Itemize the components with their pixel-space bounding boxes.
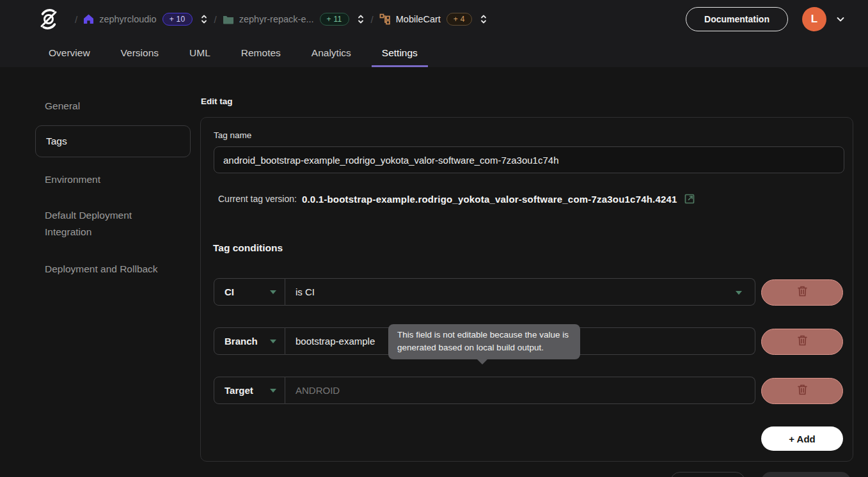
tag-name-input[interactable] (214, 146, 844, 173)
tab-remotes[interactable]: Remotes (231, 38, 291, 67)
caret-down-icon (270, 340, 276, 343)
delete-condition-button-ci[interactable] (761, 279, 843, 306)
condition-type-label: Target (225, 385, 253, 396)
condition-value-text: is CI (296, 286, 315, 297)
folder-icon (223, 15, 234, 24)
current-tag-version-value: 0.0.1-bootstrap-example.rodrigo_yokota_v… (302, 194, 677, 205)
current-tag-version-label: Current tag version: (218, 194, 297, 204)
tab-uml[interactable]: UML (179, 38, 221, 67)
zephyr-logo[interactable] (36, 6, 61, 32)
breadcrumb-org[interactable]: zephyrcloudio (99, 14, 156, 24)
breadcrumb-repo[interactable]: zephyr-repack-e... (239, 14, 314, 24)
current-tag-version-line: Current tag version: 0.0.1-bootstrap-exa… (218, 193, 695, 205)
sitemap-icon (379, 13, 391, 25)
user-avatar[interactable]: L (802, 7, 826, 31)
condition-type-label: CI (225, 286, 234, 297)
breadcrumb: / zephyrcloudio + 10 / zephyr-repack-e..… (36, 3, 488, 36)
condition-type-select-branch[interactable]: Branch (214, 327, 285, 355)
sidebar-item-deployment-and-rollback[interactable]: Deployment and Rollback (45, 261, 158, 278)
repo-count-badge[interactable]: + 11 (320, 13, 349, 26)
sidebar-item-default-deployment-integration[interactable]: Default Deployment Integration (45, 207, 179, 240)
condition-type-label: Branch (225, 336, 258, 347)
tab-settings[interactable]: Settings (372, 38, 428, 67)
main-nav-tabs: Overview Versions UML Remotes Analytics … (38, 38, 438, 67)
top-header: / zephyrcloudio + 10 / zephyr-repack-e..… (0, 0, 868, 67)
app-count-badge[interactable]: + 4 (446, 13, 472, 26)
caret-down-icon (270, 290, 276, 294)
home-icon (83, 14, 94, 24)
settings-sidebar: General Tags Environment Default Deploym… (26, 90, 193, 294)
condition-type-select-ci[interactable]: CI (214, 278, 285, 306)
condition-row-target: Target ANDROID (214, 377, 755, 404)
trash-icon (797, 334, 808, 349)
tab-versions[interactable]: Versions (111, 38, 169, 67)
breadcrumb-separator: / (214, 14, 217, 25)
edit-tag-card: Tag name Current tag version: 0.0.1-boot… (200, 117, 853, 462)
documentation-button[interactable]: Documentation (686, 7, 788, 31)
org-count-badge[interactable]: + 10 (162, 13, 193, 26)
delete-condition-button-target[interactable] (761, 378, 843, 404)
caret-down-icon (736, 291, 742, 295)
condition-value-text: ANDROID (296, 385, 340, 396)
delete-condition-button-branch[interactable] (761, 329, 843, 355)
bottom-left-partial-button[interactable] (670, 472, 745, 477)
tag-name-label: Tag name (214, 130, 251, 140)
condition-value-select-ci[interactable]: is CI (285, 278, 755, 306)
breadcrumb-separator: / (371, 14, 374, 25)
tab-overview[interactable]: Overview (38, 38, 100, 67)
field-not-editable-tooltip: This field is not editable because the v… (388, 324, 580, 359)
page-title: Edit tag (201, 97, 233, 106)
sidebar-item-tags[interactable]: Tags (35, 125, 191, 157)
org-switcher-unfold-icon[interactable] (200, 13, 209, 25)
add-condition-button[interactable]: + Add (761, 426, 843, 451)
account-menu-chevron-down-icon[interactable] (835, 14, 846, 24)
breadcrumb-separator: / (75, 14, 77, 25)
condition-value-field-target[interactable]: ANDROID (285, 377, 755, 404)
breadcrumb-app[interactable]: MobileCart (396, 14, 441, 24)
caret-down-icon (270, 389, 276, 393)
app-switcher-unfold-icon[interactable] (479, 13, 488, 25)
condition-row-ci: CI is CI (214, 278, 755, 306)
condition-value-text: bootstrap-example (296, 336, 375, 347)
external-link-icon[interactable] (684, 193, 695, 205)
sidebar-item-general[interactable]: General (45, 98, 80, 114)
trash-icon (797, 384, 808, 398)
app-window: / zephyrcloudio + 10 / zephyr-repack-e..… (0, 0, 868, 477)
bottom-right-partial-button[interactable] (761, 472, 851, 477)
tag-conditions-title: Tag conditions (213, 242, 283, 254)
condition-type-select-target[interactable]: Target (214, 377, 285, 404)
tab-analytics[interactable]: Analytics (301, 38, 361, 67)
repo-switcher-unfold-icon[interactable] (356, 13, 365, 25)
trash-icon (797, 285, 808, 300)
sidebar-item-environment[interactable]: Environment (45, 171, 100, 188)
